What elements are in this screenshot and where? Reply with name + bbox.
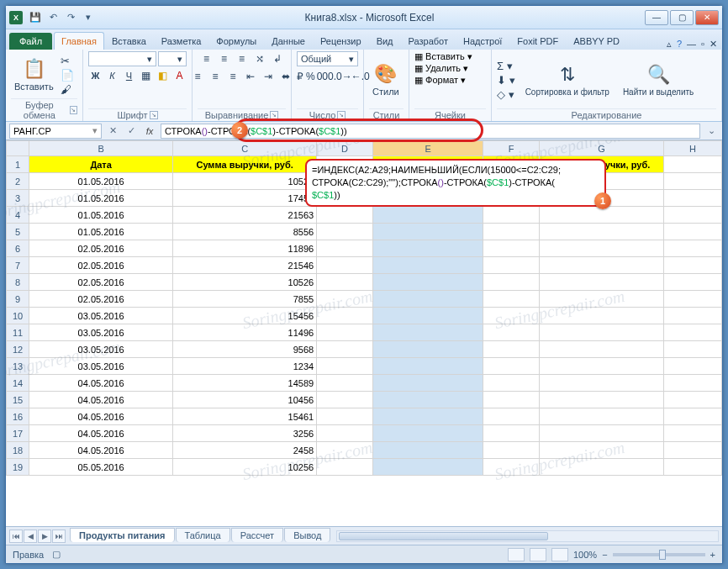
underline-icon[interactable]: Ч <box>122 68 136 83</box>
ribbon-tab[interactable]: Вид <box>369 32 401 50</box>
cell[interactable] <box>483 207 540 224</box>
table-row[interactable]: 902.05.20167855 <box>7 291 722 308</box>
ribbon-tab[interactable]: Формулы <box>208 32 264 50</box>
undo-icon[interactable]: ↶ <box>45 10 61 25</box>
cell[interactable] <box>540 291 664 308</box>
cell[interactable] <box>483 324 540 341</box>
fill-color-icon[interactable]: ◧ <box>156 68 170 83</box>
table-row[interactable]: 501.05.20168556 <box>7 224 722 240</box>
spreadsheet-grid[interactable]: BCD EFGH 1ДатаСумма выручки, руб.Наимено… <box>6 140 722 526</box>
cell[interactable] <box>483 408 540 425</box>
cell[interactable] <box>372 324 483 341</box>
sheet-tab[interactable]: Вывод <box>284 528 330 542</box>
currency-icon[interactable]: ₽ <box>297 69 303 84</box>
cell[interactable] <box>317 341 373 358</box>
sheet-nav-next-icon[interactable]: ▶ <box>38 529 51 543</box>
ribbon-tab[interactable]: Главная <box>54 32 104 50</box>
indent-inc-icon[interactable]: ⇥ <box>261 69 276 84</box>
cell[interactable]: 01.05.2016 <box>29 190 173 207</box>
cell[interactable] <box>317 291 373 308</box>
cell[interactable] <box>540 459 664 476</box>
cell[interactable]: 04.05.2016 <box>29 392 173 408</box>
zoom-out-button[interactable]: − <box>602 550 607 560</box>
sheet-nav-last-icon[interactable]: ⏭ <box>52 529 66 543</box>
cell[interactable] <box>372 341 483 358</box>
table-row[interactable]: 1003.05.201615456 <box>7 308 722 324</box>
table-row[interactable]: 1103.05.201611496 <box>7 324 722 341</box>
cell[interactable] <box>483 341 540 358</box>
redo-icon[interactable]: ↷ <box>63 10 78 25</box>
paste-button[interactable]: 📋 Вставить <box>11 56 57 93</box>
cell[interactable] <box>483 375 540 392</box>
cell[interactable] <box>664 408 722 425</box>
cell[interactable] <box>372 408 483 425</box>
cell[interactable]: 03.05.2016 <box>29 308 173 324</box>
table-row[interactable]: 702.05.201621546 <box>7 257 722 274</box>
cell[interactable] <box>317 224 373 240</box>
ribbon-tab[interactable]: Foxit PDF <box>509 32 566 50</box>
cell[interactable] <box>540 324 664 341</box>
cell[interactable] <box>664 240 722 257</box>
cell[interactable] <box>372 442 483 459</box>
expand-formula-bar-icon[interactable]: ⌄ <box>704 124 719 139</box>
cell[interactable]: 10256 <box>173 459 317 476</box>
cell[interactable]: Дата <box>29 156 173 173</box>
row-header[interactable]: 10 <box>7 308 29 324</box>
cell[interactable] <box>317 459 373 476</box>
border-icon[interactable]: ▦ <box>139 68 153 83</box>
cell[interactable] <box>664 224 722 240</box>
horizontal-scrollbar[interactable] <box>336 530 719 542</box>
normal-view-button[interactable] <box>508 548 525 561</box>
cell[interactable]: 8556 <box>173 224 317 240</box>
ribbon-tab[interactable]: Вставка <box>104 32 154 50</box>
name-box[interactable]: РАНГ.СР▾ <box>9 124 102 139</box>
table-row[interactable]: 1504.05.201610456 <box>7 392 722 408</box>
cell[interactable] <box>372 375 483 392</box>
cell[interactable]: 15456 <box>173 308 317 324</box>
cell[interactable] <box>664 425 722 442</box>
ribbon-minimize-icon[interactable]: ▵ <box>667 39 672 50</box>
close-button[interactable]: ✕ <box>695 10 719 25</box>
delete-cells-button[interactable]: ▦ Удалить ▾ <box>414 63 468 74</box>
column-headers[interactable]: BCD EFGH <box>7 141 722 156</box>
percent-icon[interactable]: % <box>306 69 315 84</box>
cell[interactable] <box>317 358 373 375</box>
cell[interactable] <box>372 207 483 224</box>
align-center-icon[interactable]: ≡ <box>208 69 223 84</box>
fx-icon[interactable]: fx <box>142 124 157 139</box>
italic-icon[interactable]: К <box>105 68 119 83</box>
cell[interactable] <box>483 240 540 257</box>
table-row[interactable]: 802.05.201610526 <box>7 274 722 291</box>
cell[interactable] <box>664 291 722 308</box>
cell[interactable] <box>317 375 373 392</box>
cell[interactable] <box>664 459 722 476</box>
cell[interactable] <box>540 375 664 392</box>
minimize-button[interactable]: — <box>645 10 668 25</box>
font-name-combo[interactable]: ▾ <box>88 51 156 66</box>
dialog-launcher-icon[interactable]: ↘ <box>150 111 158 119</box>
cell[interactable] <box>483 459 540 476</box>
cell[interactable] <box>483 392 540 408</box>
table-row[interactable]: 1804.05.20162458 <box>7 442 722 459</box>
table-row[interactable]: 602.05.201611896 <box>7 240 722 257</box>
table-row[interactable]: 1203.05.20169568 <box>7 341 722 358</box>
align-left-icon[interactable]: ≡ <box>190 69 205 84</box>
help-icon[interactable]: ? <box>677 39 682 50</box>
cell[interactable] <box>664 173 722 190</box>
qat-dropdown-icon[interactable]: ▾ <box>81 10 96 25</box>
row-header[interactable]: 4 <box>7 207 29 224</box>
cell[interactable] <box>317 408 373 425</box>
ribbon-tab[interactable]: Разработ <box>401 32 456 50</box>
ribbon-tab[interactable]: Надстрої <box>456 32 509 50</box>
row-header[interactable]: 3 <box>7 190 29 207</box>
cell[interactable] <box>317 442 373 459</box>
cell[interactable] <box>372 459 483 476</box>
cell[interactable]: 7855 <box>173 291 317 308</box>
cell[interactable]: 03.05.2016 <box>29 324 173 341</box>
cell[interactable]: 15461 <box>173 408 317 425</box>
font-color-icon[interactable]: A <box>172 68 187 83</box>
sheet-nav-first-icon[interactable]: ⏮ <box>9 529 23 543</box>
cell[interactable]: 01.05.2016 <box>29 207 173 224</box>
maximize-button[interactable]: ▢ <box>670 10 694 25</box>
ribbon-tab[interactable]: Разметка <box>154 32 209 50</box>
